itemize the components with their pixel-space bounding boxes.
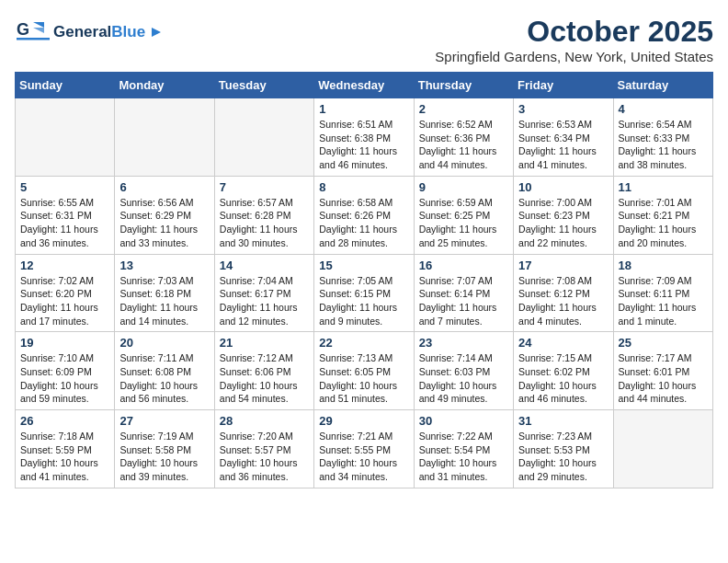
calendar-cell: 26Sunrise: 7:18 AM Sunset: 5:59 PM Dayli… — [16, 410, 115, 488]
day-info: Sunrise: 7:13 AM Sunset: 6:05 PM Dayligh… — [319, 351, 408, 406]
day-info: Sunrise: 7:14 AM Sunset: 6:03 PM Dayligh… — [419, 351, 508, 406]
day-info: Sunrise: 6:53 AM Sunset: 6:34 PM Dayligh… — [518, 118, 608, 172]
day-number: 14 — [220, 259, 309, 272]
day-info: Sunrise: 6:59 AM Sunset: 6:25 PM Dayligh… — [419, 196, 508, 250]
calendar-week-2: 5Sunrise: 6:55 AM Sunset: 6:31 PM Daylig… — [16, 176, 713, 254]
calendar-cell: 22Sunrise: 7:13 AM Sunset: 6:05 PM Dayli… — [314, 332, 414, 410]
day-info: Sunrise: 6:51 AM Sunset: 6:38 PM Dayligh… — [319, 118, 408, 172]
day-info: Sunrise: 6:55 AM Sunset: 6:31 PM Dayligh… — [20, 196, 109, 250]
day-number: 1 — [319, 102, 408, 116]
calendar-cell: 6Sunrise: 6:56 AM Sunset: 6:29 PM Daylig… — [115, 176, 214, 254]
day-info: Sunrise: 7:05 AM Sunset: 6:15 PM Dayligh… — [319, 274, 408, 328]
day-info: Sunrise: 7:23 AM Sunset: 5:53 PM Dayligh… — [518, 430, 608, 484]
calendar-cell: 13Sunrise: 7:03 AM Sunset: 6:18 PM Dayli… — [115, 254, 214, 332]
calendar-cell: 21Sunrise: 7:12 AM Sunset: 6:06 PM Dayli… — [214, 332, 313, 410]
day-info: Sunrise: 7:03 AM Sunset: 6:18 PM Dayligh… — [119, 274, 209, 328]
location-subtitle: Springfield Gardens, New York, United St… — [435, 49, 713, 64]
day-info: Sunrise: 7:19 AM Sunset: 5:58 PM Dayligh… — [119, 430, 209, 484]
weekday-header-saturday: Saturday — [613, 73, 712, 98]
calendar-cell: 29Sunrise: 7:21 AM Sunset: 5:55 PM Dayli… — [314, 410, 414, 488]
day-number: 6 — [119, 180, 209, 194]
day-info: Sunrise: 7:04 AM Sunset: 6:17 PM Dayligh… — [220, 274, 309, 328]
day-info: Sunrise: 7:10 AM Sunset: 6:09 PM Dayligh… — [20, 351, 109, 406]
calendar-cell: 12Sunrise: 7:02 AM Sunset: 6:20 PM Dayli… — [16, 254, 115, 332]
day-info: Sunrise: 7:18 AM Sunset: 5:59 PM Dayligh… — [20, 430, 109, 484]
calendar-cell — [115, 98, 214, 177]
calendar-week-5: 26Sunrise: 7:18 AM Sunset: 5:59 PM Dayli… — [16, 410, 713, 488]
calendar-cell: 17Sunrise: 7:08 AM Sunset: 6:12 PM Dayli… — [514, 254, 613, 332]
calendar-cell: 20Sunrise: 7:11 AM Sunset: 6:08 PM Dayli… — [115, 332, 214, 410]
day-number: 21 — [220, 336, 309, 350]
day-number: 18 — [619, 259, 708, 272]
day-number: 29 — [319, 414, 408, 428]
calendar-cell: 25Sunrise: 7:17 AM Sunset: 6:01 PM Dayli… — [613, 332, 712, 410]
calendar-cell: 11Sunrise: 7:01 AM Sunset: 6:21 PM Dayli… — [613, 176, 712, 254]
calendar-cell: 15Sunrise: 7:05 AM Sunset: 6:15 PM Dayli… — [314, 254, 414, 332]
calendar-cell — [613, 410, 712, 488]
svg-marker-1 — [33, 22, 44, 28]
logo-text: GeneralBlue — [53, 24, 161, 41]
weekday-header-wednesday: Wednesday — [314, 73, 414, 98]
weekday-header-row: SundayMondayTuesdayWednesdayThursdayFrid… — [16, 73, 713, 98]
logo-blue: Blue — [111, 23, 145, 40]
day-number: 13 — [119, 259, 209, 272]
calendar-cell: 1Sunrise: 6:51 AM Sunset: 6:38 PM Daylig… — [314, 98, 414, 177]
day-number: 11 — [619, 180, 708, 194]
weekday-header-sunday: Sunday — [16, 73, 115, 98]
logo: G GeneralBlue — [15, 15, 161, 50]
day-info: Sunrise: 7:08 AM Sunset: 6:12 PM Dayligh… — [518, 274, 608, 328]
day-number: 4 — [619, 102, 708, 116]
calendar-cell: 23Sunrise: 7:14 AM Sunset: 6:03 PM Dayli… — [414, 332, 513, 410]
svg-marker-2 — [33, 28, 44, 33]
weekday-header-friday: Friday — [514, 73, 613, 98]
calendar-table: SundayMondayTuesdayWednesdayThursdayFrid… — [15, 72, 713, 488]
day-info: Sunrise: 7:00 AM Sunset: 6:23 PM Dayligh… — [518, 196, 608, 250]
day-number: 5 — [20, 180, 109, 194]
calendar-cell: 3Sunrise: 6:53 AM Sunset: 6:34 PM Daylig… — [514, 98, 613, 177]
day-info: Sunrise: 7:02 AM Sunset: 6:20 PM Dayligh… — [20, 274, 109, 328]
calendar-cell: 16Sunrise: 7:07 AM Sunset: 6:14 PM Dayli… — [414, 254, 513, 332]
day-info: Sunrise: 7:11 AM Sunset: 6:08 PM Dayligh… — [119, 351, 209, 406]
day-number: 22 — [319, 336, 408, 350]
day-number: 27 — [119, 414, 209, 428]
calendar-cell: 8Sunrise: 6:58 AM Sunset: 6:26 PM Daylig… — [314, 176, 414, 254]
day-number: 2 — [419, 102, 508, 116]
svg-rect-3 — [17, 38, 50, 40]
weekday-header-thursday: Thursday — [414, 73, 513, 98]
day-info: Sunrise: 7:12 AM Sunset: 6:06 PM Dayligh… — [220, 351, 309, 406]
month-title: October 2025 — [435, 15, 713, 49]
day-info: Sunrise: 7:07 AM Sunset: 6:14 PM Dayligh… — [419, 274, 508, 328]
day-info: Sunrise: 7:17 AM Sunset: 6:01 PM Dayligh… — [619, 351, 708, 406]
calendar-cell: 24Sunrise: 7:15 AM Sunset: 6:02 PM Dayli… — [514, 332, 613, 410]
day-number: 8 — [319, 180, 408, 194]
day-info: Sunrise: 7:15 AM Sunset: 6:02 PM Dayligh… — [518, 351, 608, 406]
calendar-week-4: 19Sunrise: 7:10 AM Sunset: 6:09 PM Dayli… — [16, 332, 713, 410]
calendar-cell: 2Sunrise: 6:52 AM Sunset: 6:36 PM Daylig… — [414, 98, 513, 177]
calendar-cell: 5Sunrise: 6:55 AM Sunset: 6:31 PM Daylig… — [16, 176, 115, 254]
svg-text:G: G — [17, 20, 29, 39]
title-block: October 2025 Springfield Gardens, New Yo… — [435, 15, 713, 64]
calendar-week-3: 12Sunrise: 7:02 AM Sunset: 6:20 PM Dayli… — [16, 254, 713, 332]
day-number: 26 — [20, 414, 109, 428]
day-info: Sunrise: 6:54 AM Sunset: 6:33 PM Dayligh… — [619, 118, 708, 172]
calendar-cell: 18Sunrise: 7:09 AM Sunset: 6:11 PM Dayli… — [613, 254, 712, 332]
day-info: Sunrise: 6:56 AM Sunset: 6:29 PM Dayligh… — [119, 196, 209, 250]
day-number: 3 — [518, 102, 608, 116]
day-number: 10 — [518, 180, 608, 194]
weekday-header-tuesday: Tuesday — [214, 73, 313, 98]
logo-general: General — [53, 23, 111, 40]
calendar-cell: 10Sunrise: 7:00 AM Sunset: 6:23 PM Dayli… — [514, 176, 613, 254]
day-number: 12 — [20, 259, 109, 272]
day-info: Sunrise: 6:58 AM Sunset: 6:26 PM Dayligh… — [319, 196, 408, 250]
day-number: 15 — [319, 259, 408, 272]
day-info: Sunrise: 7:01 AM Sunset: 6:21 PM Dayligh… — [619, 196, 708, 250]
calendar-cell: 4Sunrise: 6:54 AM Sunset: 6:33 PM Daylig… — [613, 98, 712, 177]
day-number: 19 — [20, 336, 109, 350]
day-number: 30 — [419, 414, 508, 428]
day-number: 28 — [220, 414, 309, 428]
day-number: 16 — [419, 259, 508, 272]
calendar-week-1: 1Sunrise: 6:51 AM Sunset: 6:38 PM Daylig… — [16, 98, 713, 177]
day-number: 25 — [619, 336, 708, 350]
calendar-cell: 28Sunrise: 7:20 AM Sunset: 5:57 PM Dayli… — [214, 410, 313, 488]
calendar-cell — [214, 98, 313, 177]
